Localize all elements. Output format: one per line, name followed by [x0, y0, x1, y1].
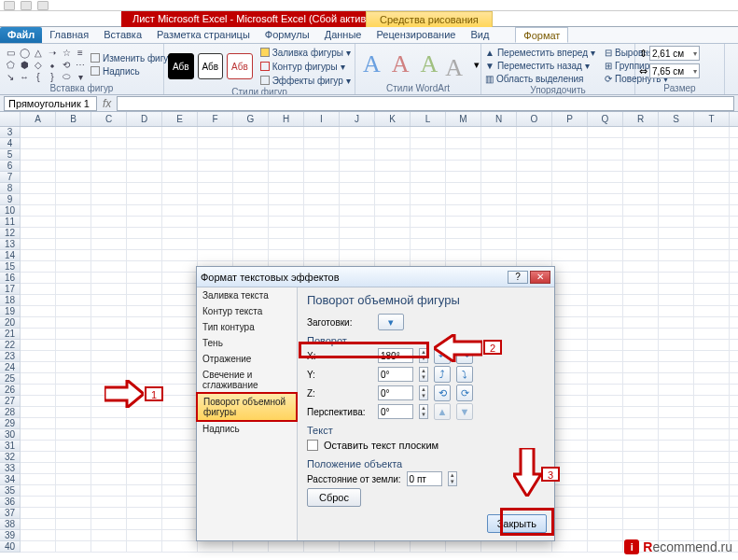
row-header[interactable]: 13 — [0, 239, 21, 250]
presets-dropdown[interactable]: ▾ — [378, 314, 404, 330]
column-header[interactable]: G — [233, 112, 269, 126]
column-header[interactable]: T — [694, 112, 730, 126]
row-header[interactable]: 8 — [0, 183, 21, 194]
perspective-input[interactable]: 0° — [378, 404, 413, 419]
row-header[interactable]: 18 — [0, 295, 21, 306]
x-rotate-left-button[interactable]: ↶ — [434, 347, 451, 364]
y-rotate-up-button[interactable]: ⤴ — [434, 366, 451, 383]
row-header[interactable]: 26 — [0, 385, 21, 396]
dialog-close-x-button[interactable]: ✕ — [530, 271, 550, 284]
row-header[interactable]: 27 — [0, 396, 21, 407]
column-header[interactable]: J — [340, 112, 375, 126]
dialog-nav-item[interactable]: Заливка текста — [197, 287, 297, 303]
row-header[interactable]: 32 — [0, 452, 21, 463]
wordart-style-1[interactable]: A — [359, 50, 384, 78]
column-header[interactable]: D — [127, 112, 162, 126]
column-header[interactable]: R — [623, 112, 659, 126]
shape-fill-button[interactable]: Заливка фигуры▾ — [260, 46, 351, 59]
column-header[interactable]: N — [481, 112, 517, 126]
distance-spinner[interactable]: ▲▼ — [448, 471, 457, 486]
column-header[interactable]: A — [21, 112, 56, 126]
qat-save-icon[interactable] — [4, 1, 15, 10]
x-rotate-right-button[interactable]: ↷ — [456, 347, 473, 364]
column-header[interactable]: F — [198, 112, 233, 126]
distance-input[interactable]: 0 пт — [407, 471, 442, 486]
row-header[interactable]: 34 — [0, 474, 21, 485]
row-header[interactable]: 24 — [0, 362, 21, 373]
wordart-style-3[interactable]: A — [417, 50, 442, 78]
shape-height-input[interactable]: 2,61 см — [649, 46, 700, 61]
row-header[interactable]: 36 — [0, 497, 21, 508]
tab-review[interactable]: Рецензирование — [369, 27, 463, 43]
tab-formulas[interactable]: Формулы — [258, 27, 317, 43]
column-header[interactable]: C — [91, 112, 127, 126]
shape-width-input[interactable]: 7,65 см — [649, 63, 700, 78]
row-header[interactable]: 6 — [0, 161, 21, 172]
row-header[interactable]: 14 — [0, 250, 21, 261]
formula-input[interactable] — [117, 96, 734, 111]
name-box[interactable]: Прямоугольник 1 — [4, 96, 97, 111]
dialog-help-button[interactable]: ? — [508, 271, 528, 284]
x-rotation-input[interactable]: 180° — [378, 348, 413, 363]
shape-gallery[interactable]: ▭◯△➝☆≡ ⬠⬢◇⬥⟲⋯ ↘↔{}⬭▾ — [4, 47, 87, 82]
row-header[interactable]: 40 — [0, 541, 21, 553]
row-header[interactable]: 16 — [0, 273, 21, 284]
worksheet[interactable]: ABCDEFGHIJKLMNOPQRST 3456789101112131415… — [0, 112, 738, 558]
tab-format[interactable]: Формат — [515, 27, 568, 43]
column-header[interactable]: B — [56, 112, 91, 126]
row-header[interactable]: 19 — [0, 306, 21, 317]
reset-button[interactable]: Сброс — [307, 488, 361, 507]
shape-style-3[interactable]: Абв — [227, 53, 253, 79]
dialog-nav-item[interactable]: Контур текста — [197, 303, 297, 319]
select-all-corner[interactable] — [0, 112, 21, 126]
row-header[interactable]: 25 — [0, 373, 21, 385]
qat-undo-icon[interactable] — [21, 1, 32, 10]
row-header[interactable]: 4 — [0, 138, 21, 149]
dialog-nav-item[interactable]: Тип контура — [197, 319, 297, 335]
send-backward-button[interactable]: ▼ Переместить назад▾ — [485, 59, 595, 72]
fx-icon[interactable]: fx — [97, 97, 117, 110]
column-header[interactable]: I — [304, 112, 340, 126]
row-header[interactable]: 28 — [0, 407, 21, 418]
dialog-nav-item[interactable]: Тень — [197, 335, 297, 351]
shape-effects-button[interactable]: Эффекты фигур▾ — [260, 74, 351, 87]
wordart-more-icon[interactable]: ▾ — [474, 59, 480, 71]
row-header[interactable]: 21 — [0, 329, 21, 340]
quick-access-toolbar[interactable] — [0, 0, 738, 11]
dialog-nav-item[interactable]: Отражение — [197, 351, 297, 367]
y-spinner[interactable]: ▲▼ — [419, 367, 428, 382]
dialog-nav-item[interactable]: Свечение и сглаживание — [197, 367, 297, 393]
row-header[interactable]: 29 — [0, 418, 21, 429]
wordart-style-4[interactable]: A — [441, 54, 466, 82]
column-header[interactable]: K — [375, 112, 411, 126]
dialog-nav-item[interactable]: Надпись — [197, 421, 297, 437]
shape-outline-button[interactable]: Контур фигуры▾ — [260, 60, 351, 73]
tab-view[interactable]: Вид — [463, 27, 496, 43]
tab-page-layout[interactable]: Разметка страницы — [149, 27, 258, 43]
column-header[interactable]: O — [517, 112, 552, 126]
z-rotate-cw-button[interactable]: ⟳ — [456, 385, 473, 401]
row-header[interactable]: 7 — [0, 172, 21, 183]
x-spinner[interactable]: ▲▼ — [419, 348, 428, 363]
row-header[interactable]: 37 — [0, 508, 21, 519]
row-header[interactable]: 38 — [0, 519, 21, 530]
tab-home[interactable]: Главная — [42, 27, 96, 43]
row-header[interactable]: 31 — [0, 441, 21, 452]
z-spinner[interactable]: ▲▼ — [419, 385, 428, 400]
row-header[interactable]: 9 — [0, 194, 21, 205]
row-header[interactable]: 12 — [0, 228, 21, 239]
row-header[interactable]: 3 — [0, 127, 21, 138]
column-header[interactable]: L — [411, 112, 446, 126]
row-header[interactable]: 17 — [0, 284, 21, 295]
column-header[interactable]: M — [446, 112, 481, 126]
shape-style-2[interactable]: Абв — [198, 53, 224, 79]
column-header[interactable]: Q — [588, 112, 623, 126]
column-header[interactable]: P — [552, 112, 588, 126]
row-header[interactable]: 15 — [0, 261, 21, 273]
row-header[interactable]: 5 — [0, 149, 21, 161]
z-rotation-input[interactable]: 0° — [378, 385, 413, 400]
tab-data[interactable]: Данные — [317, 27, 369, 43]
keep-text-flat-checkbox[interactable] — [307, 440, 318, 451]
row-header[interactable]: 10 — [0, 205, 21, 217]
row-header[interactable]: 11 — [0, 217, 21, 228]
